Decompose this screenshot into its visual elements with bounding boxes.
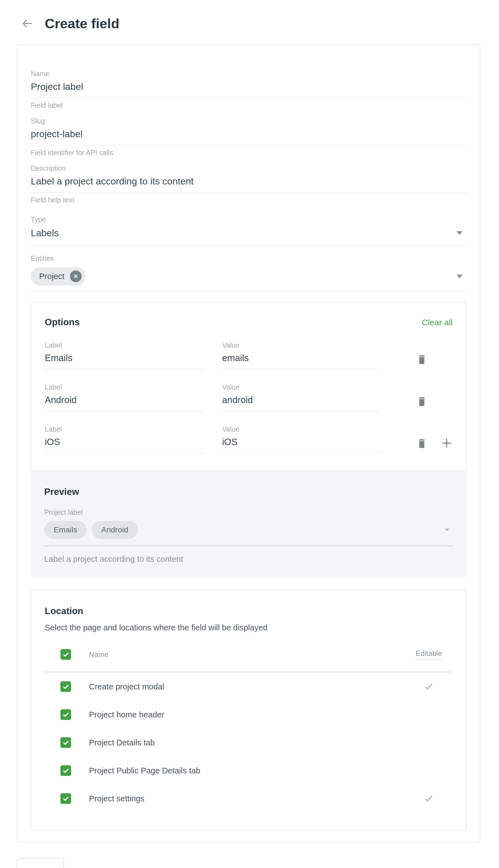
trash-icon xyxy=(416,395,428,407)
delete-option-button[interactable] xyxy=(416,437,428,450)
location-subtitle: Select the page and locations where the … xyxy=(45,623,453,632)
editable-check-icon xyxy=(423,681,434,692)
location-section: Location Select the page and locations w… xyxy=(31,590,466,831)
entity-chip[interactable]: Project xyxy=(31,267,86,286)
location-row-name: Create project modal xyxy=(89,682,164,691)
option-label-header: Label xyxy=(45,425,204,433)
location-row-name: Project Details tab xyxy=(89,738,155,747)
description-input[interactable] xyxy=(31,173,466,193)
entities-field-group: Entities Project xyxy=(31,254,466,292)
option-value-cell: Value xyxy=(222,425,381,453)
option-value-input[interactable] xyxy=(222,433,381,453)
trash-icon xyxy=(416,437,428,450)
option-label-input[interactable] xyxy=(45,349,204,369)
row-checkbox[interactable] xyxy=(60,765,71,776)
option-label-cell: Label xyxy=(45,341,204,369)
location-row-name: Project home header xyxy=(89,710,164,720)
trash-icon xyxy=(416,353,428,366)
caret-down-icon xyxy=(457,231,463,235)
type-select[interactable]: Labels xyxy=(31,224,466,246)
preview-chip: Emails xyxy=(44,521,87,539)
option-label-input[interactable] xyxy=(45,433,204,453)
preview-labels-select[interactable]: Emails Android xyxy=(44,516,453,546)
slug-input[interactable] xyxy=(31,125,466,145)
page-title: Create field xyxy=(45,16,119,31)
location-table-header: Name Editable xyxy=(45,649,453,671)
description-field-group: Description Field help text xyxy=(31,164,466,204)
location-row: Project Details tab xyxy=(45,729,453,757)
location-table: Name Editable xyxy=(45,649,453,812)
location-row-name: Project settings xyxy=(89,794,144,803)
preview-title: Preview xyxy=(44,487,79,497)
editable-check-icon xyxy=(423,793,434,804)
column-header-editable: Editable xyxy=(416,649,442,660)
preview-section: Preview Project label Emails Android Lab… xyxy=(31,471,466,577)
option-value-input[interactable] xyxy=(222,349,381,369)
option-label-input[interactable] xyxy=(45,391,204,412)
preview-field-label: Project label xyxy=(44,508,453,516)
description-helper: Field help text xyxy=(31,196,466,204)
back-button[interactable] xyxy=(21,17,34,30)
description-label: Description xyxy=(31,164,466,173)
save-button[interactable]: SAVE xyxy=(17,858,64,868)
option-label-cell: Label xyxy=(45,383,204,412)
type-field-group: Type Labels xyxy=(31,215,466,246)
option-label-cell: Label xyxy=(45,425,204,453)
slug-helper: Field identifier for API calls xyxy=(31,148,466,157)
row-checkbox[interactable] xyxy=(60,681,71,692)
entities-chips: Project xyxy=(31,267,86,286)
options-title: Options xyxy=(45,317,80,328)
option-value-header: Value xyxy=(222,425,381,433)
entity-chip-label: Project xyxy=(39,272,64,281)
add-option-button[interactable] xyxy=(440,437,453,450)
check-icon xyxy=(62,767,70,774)
option-row: Label Value xyxy=(45,341,453,369)
row-checkbox[interactable] xyxy=(60,709,71,720)
option-value-cell: Value xyxy=(222,383,381,412)
option-row: Label Value xyxy=(45,383,453,412)
location-row-name: Project Public Page Details tab xyxy=(89,766,200,775)
entities-select[interactable]: Project xyxy=(31,263,466,292)
remove-entity-button[interactable] xyxy=(70,270,82,282)
option-row-actions xyxy=(399,341,453,369)
select-all-checkbox[interactable] xyxy=(60,649,71,660)
options-rows: Label Value xyxy=(45,341,453,453)
entities-label: Entities xyxy=(31,254,466,263)
location-row: Project Public Page Details tab xyxy=(45,757,453,785)
plus-icon xyxy=(440,437,453,450)
arrow-left-icon xyxy=(21,17,34,30)
option-row: Label Value xyxy=(45,425,453,453)
row-checkbox[interactable] xyxy=(60,737,71,748)
location-title: Location xyxy=(45,606,83,616)
option-value-cell: Value xyxy=(222,341,381,369)
preview-chip: Android xyxy=(92,521,138,539)
location-rows: Create project modal xyxy=(45,673,453,812)
check-icon xyxy=(62,795,70,802)
option-value-input[interactable] xyxy=(222,391,381,412)
check-icon xyxy=(62,739,70,747)
option-row-actions xyxy=(399,425,453,453)
name-helper: Field label xyxy=(31,101,466,109)
cancel-button[interactable]: CANCEL xyxy=(81,866,119,868)
clear-all-button[interactable]: Clear all xyxy=(422,318,453,327)
column-header-name: Name xyxy=(89,650,108,659)
type-select-value: Labels xyxy=(31,228,59,238)
name-input[interactable] xyxy=(31,78,466,98)
check-icon xyxy=(62,651,70,658)
preview-chips: Emails Android xyxy=(44,521,138,539)
name-label: Name xyxy=(31,69,466,78)
row-checkbox[interactable] xyxy=(60,793,71,804)
caret-down-icon xyxy=(445,528,449,531)
delete-option-button[interactable] xyxy=(416,353,428,366)
options-section: Options Clear all Label Value xyxy=(31,302,466,471)
preview-chip-label: Android xyxy=(101,525,129,534)
option-label-header: Label xyxy=(45,383,204,391)
form-actions: SAVE CANCEL xyxy=(17,858,499,868)
option-value-header: Value xyxy=(222,341,381,349)
page-header: Create field xyxy=(0,0,499,31)
option-row-actions xyxy=(399,383,453,412)
check-icon xyxy=(62,711,70,718)
location-row: Create project modal xyxy=(45,673,453,701)
type-label: Type xyxy=(31,215,466,224)
delete-option-button[interactable] xyxy=(416,395,428,407)
